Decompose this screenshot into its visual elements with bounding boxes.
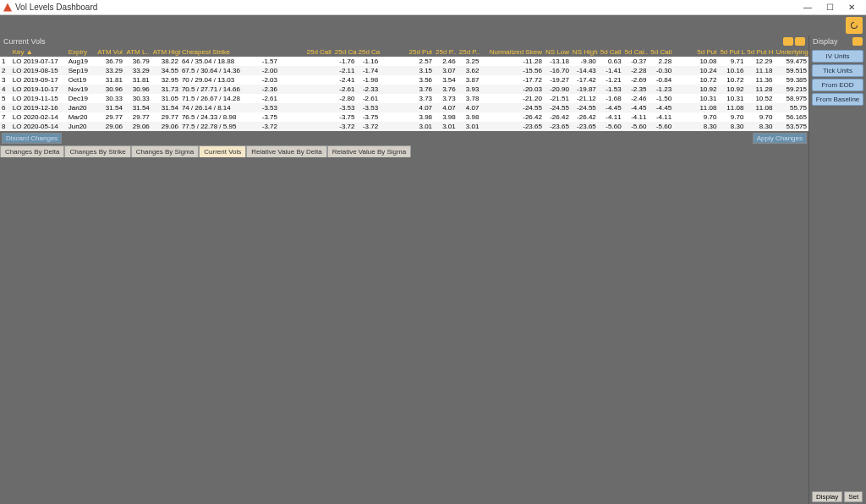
table-cell: LO 2020-05-14	[11, 122, 67, 131]
table-cell: -4.11	[598, 112, 623, 122]
column-header[interactable]: 25d Put	[380, 47, 434, 57]
tick-units-button[interactable]: Tick Units	[812, 64, 863, 77]
table-cell: LO 2019-09-17	[11, 75, 67, 85]
column-header[interactable]: 25d P..	[434, 47, 458, 57]
table-cell: 3.98	[434, 112, 458, 122]
table-row[interactable]: 4LO 2019-10-17Nov1930.9630.9631.7370.5 /…	[0, 85, 808, 94]
column-header[interactable]: 25d Ca..	[357, 47, 381, 57]
table-row[interactable]: 2LO 2019-08-15Sep1933.2933.2934.5567.5 /…	[0, 66, 808, 75]
right-filler	[809, 108, 866, 490]
column-header[interactable]: 25d P..	[458, 47, 481, 57]
refresh-icon[interactable]	[846, 17, 863, 34]
table-cell: Dec19	[67, 94, 96, 103]
right-panel: Display IV UnitsTick UnitsFrom EODFrom B…	[808, 36, 866, 504]
table-cell	[279, 57, 333, 66]
panel-settings-icon[interactable]	[783, 37, 793, 46]
iv-units-button[interactable]: IV Units	[812, 50, 863, 63]
table-cell: -26.42	[544, 112, 571, 122]
table-row[interactable]: 1LO 2019-07-17Aug1936.7936.7938.2264 / 3…	[0, 57, 808, 66]
display-button[interactable]: Display	[812, 491, 842, 502]
table-cell: -23.65	[480, 122, 544, 131]
column-header[interactable]: NS Low	[544, 47, 571, 57]
column-header[interactable]: 5d Call	[648, 47, 673, 57]
left-panel-header: Current Vols	[0, 36, 808, 47]
table-cell: -0.37	[623, 57, 649, 66]
table-row[interactable]: 6LO 2019-12-16Jan2031.5431.5431.5474 / 2…	[0, 103, 808, 112]
table-cell: 53.575	[774, 122, 808, 131]
table-cell: 10.92	[673, 85, 718, 94]
table-cell	[279, 66, 333, 75]
table-cell: 7	[0, 112, 11, 122]
apply-changes-button[interactable]: Apply Changes	[753, 133, 807, 144]
from-baseline-button[interactable]: From Baseline	[812, 93, 863, 106]
column-header[interactable]: 25d Ca..	[333, 47, 357, 57]
column-header[interactable]: Key ▲	[11, 47, 67, 57]
tab-changes-by-strike[interactable]: Changes By Strike	[64, 145, 130, 157]
table-cell: -1.68	[598, 94, 623, 103]
table-cell: 3.15	[380, 66, 434, 75]
left-panel-title: Current Vols	[3, 37, 46, 46]
tab-relative-value-by-delta[interactable]: Relative Value By Delta	[246, 145, 326, 157]
column-header[interactable]: Expiry	[67, 47, 96, 57]
column-header[interactable]: NS High	[571, 47, 598, 57]
table-cell: 3.62	[458, 66, 481, 75]
table-cell: 2	[0, 66, 11, 75]
tab-changes-by-sigma[interactable]: Changes By Sigma	[131, 145, 199, 157]
table-cell: LO 2019-11-15	[11, 94, 67, 103]
close-button[interactable]: ✕	[841, 1, 863, 14]
table-cell: -15.56	[480, 66, 544, 75]
table-row[interactable]: 3LO 2019-09-17Oct1931.8131.8132.9570 / 2…	[0, 75, 808, 85]
table-cell: 3.76	[380, 85, 434, 94]
table-cell: 34.55	[151, 66, 180, 75]
column-header[interactable]	[254, 47, 279, 57]
from-eod-button[interactable]: From EOD	[812, 79, 863, 91]
table-cell: -3.75	[254, 112, 279, 122]
table-row[interactable]: 7LO 2020-02-14Mar2029.7729.7729.7776.5 /…	[0, 112, 808, 122]
table-cell: 2.28	[648, 57, 673, 66]
table-cell: LO 2019-07-17	[11, 57, 67, 66]
table-cell: 10.31	[718, 94, 745, 103]
table-header-row[interactable]: Key ▲ExpiryATM VolATM L..ATM HighCheapes…	[0, 47, 808, 57]
discard-changes-button[interactable]: Discard Changes	[2, 133, 62, 144]
table-row[interactable]: 8LO 2020-05-14Jun2029.0629.0629.0677.5 /…	[0, 122, 808, 131]
left-panel: Current Vols Key ▲ExpiryATM VolATM L..AT…	[0, 36, 808, 504]
panel-close-icon[interactable]	[795, 37, 805, 46]
maximize-button[interactable]: ☐	[819, 1, 841, 14]
table-cell: -1.98	[357, 75, 381, 85]
table-cell: 38.22	[151, 57, 180, 66]
vol-levels-table[interactable]: Key ▲ExpiryATM VolATM L..ATM HighCheapes…	[0, 47, 808, 131]
column-header[interactable]: ATM Vol	[96, 47, 124, 57]
column-header[interactable]: 25d Call	[279, 47, 333, 57]
column-header[interactable]: Cheapest Strike	[180, 47, 254, 57]
tab-relative-value-by-sigma[interactable]: Relative Value By Sigma	[327, 145, 411, 157]
column-header[interactable]: ATM High	[151, 47, 180, 57]
table-cell: -13.18	[544, 57, 571, 66]
table-cell: 10.31	[673, 94, 718, 103]
table-cell: 71.5 / 26.67 / 14.28	[180, 94, 254, 103]
column-header[interactable]: 5d Put L..	[718, 47, 745, 57]
set-button[interactable]: Set	[844, 491, 863, 502]
column-header[interactable]: Underlying	[774, 47, 808, 57]
table-cell: -4.11	[623, 112, 649, 122]
table-cell: 3.56	[380, 75, 434, 85]
table-cell: -2.69	[623, 75, 649, 85]
column-header[interactable]: 5d Put	[673, 47, 718, 57]
right-panel-settings-icon[interactable]	[852, 37, 863, 46]
table-cell: 8.30	[673, 122, 718, 131]
table-cell: 36.79	[96, 57, 124, 66]
table-cell: -20.03	[480, 85, 544, 94]
table-row[interactable]: 5LO 2019-11-15Dec1930.3330.3331.0571.5 /…	[0, 94, 808, 103]
column-header[interactable]: 5d Cal..	[623, 47, 649, 57]
table-cell: 59.515	[774, 66, 808, 75]
table-cell: 58.975	[774, 94, 808, 103]
column-header[interactable]: Normalized Skew	[480, 47, 544, 57]
minimize-button[interactable]: —	[797, 1, 819, 14]
table-cell: Nov19	[67, 85, 96, 94]
column-header[interactable]: 5d Put H..	[745, 47, 774, 57]
tab-changes-by-delta[interactable]: Changes By Delta	[0, 145, 64, 157]
tab-current-vols[interactable]: Current Vols	[199, 145, 246, 157]
column-header[interactable]: 5d Call	[598, 47, 623, 57]
table-cell: -24.55	[480, 103, 544, 112]
column-header[interactable]	[0, 47, 11, 57]
column-header[interactable]: ATM L..	[124, 47, 151, 57]
